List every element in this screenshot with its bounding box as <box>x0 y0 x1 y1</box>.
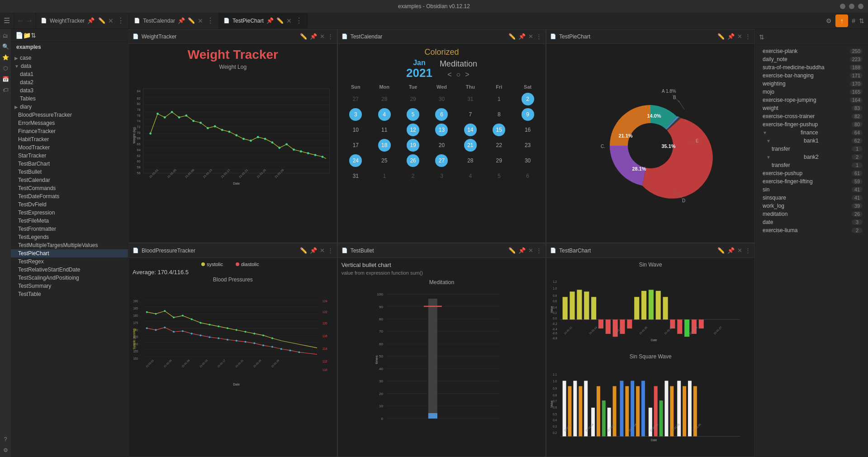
weight-pin-icon[interactable]: 📌 <box>310 33 317 40</box>
sidebar-toggle[interactable]: ☰ <box>4 16 10 25</box>
calendar-pin-icon[interactable]: 📌 <box>518 33 526 40</box>
cal-day-1b[interactable]: 1 <box>370 168 398 184</box>
cal-nav-next[interactable]: > <box>465 71 469 79</box>
bar-more-icon[interactable]: ⋮ <box>745 247 751 254</box>
cal-day-12[interactable]: 12 <box>398 122 427 138</box>
tree-item-errormessages[interactable]: ErrorMessages <box>11 119 128 127</box>
cal-day-13[interactable]: 13 <box>427 122 456 138</box>
tree-item-tables[interactable]: Tables <box>11 95 128 103</box>
cal-day-7[interactable]: 7 <box>456 107 484 122</box>
close-btn[interactable] <box>858 4 863 9</box>
cal-day-11[interactable]: 11 <box>370 122 398 138</box>
bp-more-icon[interactable]: ⋮ <box>327 247 333 254</box>
cal-day-18[interactable]: 18 <box>370 138 398 153</box>
weight-more-icon[interactable]: ⋮ <box>327 33 333 40</box>
tag-mojo[interactable]: mojo 165 <box>755 88 868 96</box>
tag-bank1[interactable]: ▼ bank1 62 <box>755 137 868 145</box>
pie-pin-icon[interactable]: 📌 <box>727 33 735 40</box>
bullet-pin-icon[interactable]: 📌 <box>518 247 526 254</box>
bullet-close-icon[interactable]: ✕ <box>528 247 533 254</box>
cal-day-4b[interactable]: 4 <box>456 168 484 184</box>
graph-icon[interactable]: ⬡ <box>0 63 10 73</box>
tag-sin[interactable]: sin 41 <box>755 186 868 194</box>
tag-transfer1[interactable]: transfer 1 <box>755 145 868 153</box>
tree-item-testcommands[interactable]: TestCommands <box>11 184 128 192</box>
cal-day-4[interactable]: 4 <box>370 107 398 122</box>
tree-item-testbullet[interactable]: TestBullet <box>11 168 128 176</box>
tree-item-bloodpressure[interactable]: BloodPressureTracker <box>11 111 128 119</box>
cal-day-19[interactable]: 19 <box>398 138 427 153</box>
tag-exercise-rope[interactable]: exercise-rope-jumping 164 <box>755 96 868 104</box>
cal-day-3[interactable]: 3 <box>342 107 370 122</box>
cal-day-27[interactable]: 27 <box>342 91 370 107</box>
tab-edit-weight[interactable]: ✏️ <box>98 17 105 24</box>
tag-exercise-finger-lifting[interactable]: exercise-finger-lifting 59 <box>755 177 868 186</box>
new-folder-icon[interactable]: 📁 <box>23 32 31 39</box>
tree-item-financetracker[interactable]: FinanceTracker <box>11 127 128 135</box>
cal-day-6[interactable]: 6 <box>427 107 456 122</box>
tag-date[interactable]: date 3 <box>755 218 868 226</box>
calendar-close-icon[interactable]: ✕ <box>528 33 533 40</box>
tree-item-testexpression[interactable]: TestExpression <box>11 209 128 217</box>
tab-more-weight[interactable]: ⋮ <box>117 16 124 25</box>
tab-more-calendar[interactable]: ⋮ <box>207 16 214 25</box>
tree-item-data1[interactable]: data1 <box>11 70 128 78</box>
cal-day-29b[interactable]: 29 <box>485 153 513 168</box>
bp-edit-icon[interactable]: ✏️ <box>300 247 307 254</box>
nav-back[interactable]: ← <box>17 17 24 25</box>
tag-exercise-plank[interactable]: exercise-plank 250 <box>755 47 868 55</box>
star-icon[interactable]: ⭐ <box>0 52 10 62</box>
tree-item-data[interactable]: ▼ data <box>11 62 128 70</box>
minimize-btn[interactable] <box>840 4 845 9</box>
tab-edit-calendar[interactable]: ✏️ <box>188 17 195 24</box>
tree-item-testdvfield[interactable]: TestDvField <box>11 200 128 209</box>
cal-day-28[interactable]: 28 <box>370 91 398 107</box>
cal-day-10[interactable]: 10 <box>342 122 370 138</box>
tag-sutra[interactable]: sutra-of-medicine-buddha 188 <box>755 63 868 71</box>
hash-icon[interactable]: # <box>852 17 855 24</box>
cal-day-3b[interactable]: 3 <box>427 168 456 184</box>
cal-day-27b[interactable]: 27 <box>427 153 456 168</box>
bp-close-icon[interactable]: ✕ <box>320 247 325 254</box>
tree-item-testfilemeta[interactable]: TestFileMeta <box>11 217 128 225</box>
tree-item-testcalendar[interactable]: TestCalendar <box>11 176 128 184</box>
cal-day-5[interactable]: 5 <box>398 107 427 122</box>
tree-item-diary[interactable]: ▶ diary <box>11 103 128 111</box>
cal-day-17[interactable]: 17 <box>342 138 370 153</box>
tab-close-calendar[interactable]: ✕ <box>198 17 203 24</box>
tab-weighttracker[interactable]: 📄 WeightTracker 📌 ✏️ ✕ ⋮ <box>36 13 129 29</box>
cal-day-30[interactable]: 30 <box>427 91 456 107</box>
cal-day-28b[interactable]: 28 <box>456 153 484 168</box>
pie-close-icon[interactable]: ✕ <box>737 33 742 40</box>
new-file-icon[interactable]: 📄 <box>15 32 23 39</box>
tag-sinsquare[interactable]: sinsquare 41 <box>755 194 868 202</box>
cal-day-15[interactable]: 15 <box>485 122 513 138</box>
pie-edit-icon[interactable]: ✏️ <box>717 33 725 40</box>
tree-item-testregex[interactable]: TestRegex <box>11 257 128 266</box>
sort-icon[interactable]: ⇅ <box>859 17 864 24</box>
cal-day-23[interactable]: 23 <box>513 138 542 153</box>
tree-item-data2[interactable]: data2 <box>11 78 128 86</box>
bullet-more-icon[interactable]: ⋮ <box>536 247 542 254</box>
tag-work-log[interactable]: work_log 39 <box>755 202 868 210</box>
cal-day-24[interactable]: 24 <box>342 153 370 168</box>
pie-more-icon[interactable]: ⋮ <box>745 33 751 40</box>
tree-item-case[interactable]: ▶ case <box>11 54 128 62</box>
bar-pin-icon[interactable]: 📌 <box>727 247 735 254</box>
cal-day-6b[interactable]: 6 <box>513 168 542 184</box>
tab-pin-weight[interactable]: 📌 <box>87 17 95 24</box>
cal-day-14[interactable]: 14 <box>456 122 484 138</box>
bullet-edit-icon[interactable]: ✏️ <box>508 247 516 254</box>
search-icon[interactable]: 🔍 <box>0 42 10 52</box>
tab-pin-calendar[interactable]: 📌 <box>178 17 185 24</box>
tag-daily-note[interactable]: daily_note 223 <box>755 55 868 63</box>
cal-day-8[interactable]: 8 <box>485 107 513 122</box>
tag-weighting[interactable]: weighting 170 <box>755 80 868 88</box>
cal-day-31[interactable]: 31 <box>456 91 484 107</box>
tab-testpiechart[interactable]: 📄 TestPieChart 📌 ✏️ ✕ ⋮ <box>219 13 308 29</box>
tree-item-testrelative[interactable]: TestRelativeStartEndDate <box>11 266 128 274</box>
tag-bank2[interactable]: ▼ bank2 2 <box>755 153 868 161</box>
settings-icon[interactable]: ⚙ <box>826 17 832 24</box>
tree-item-testlegends[interactable]: TestLegends <box>11 233 128 241</box>
tree-item-data3[interactable]: data3 <box>11 86 128 95</box>
